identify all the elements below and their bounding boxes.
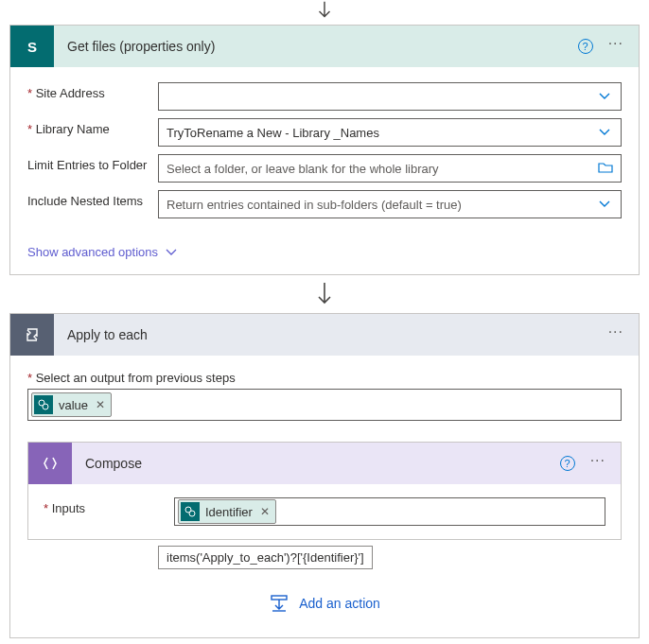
chevron-down-icon [596,92,613,101]
library-name-dropdown[interactable]: TryToRename a New - Library _Names [158,118,622,147]
token-identifier[interactable]: Identifier ✕ [178,499,276,524]
expression-tooltip: items('Apply_to_each')?['{Identifier}'] [158,546,373,569]
more-icon[interactable]: ··· [590,453,605,474]
folder-picker-icon[interactable] [598,161,613,177]
sharepoint-icon [181,502,200,521]
compose-icon [28,443,72,484]
limit-folder-label: Limit Entries to Folder [27,154,158,172]
svg-point-3 [189,511,195,516]
remove-token-icon[interactable]: ✕ [260,505,270,518]
help-icon[interactable]: ? [560,456,575,471]
more-icon[interactable]: ··· [608,324,623,345]
select-output-input[interactable]: value ✕ [27,389,622,421]
get-files-title: Get files (properties only) [54,39,578,54]
svg-point-1 [43,404,48,409]
limit-folder-input[interactable]: Select a folder, or leave blank for the … [158,154,622,183]
nested-items-dropdown[interactable]: Return entries contained in sub-folders … [158,190,622,218]
chevron-down-icon [596,128,613,137]
add-action-button[interactable]: Add an action [27,569,622,622]
sharepoint-icon [34,395,53,414]
help-icon[interactable]: ? [578,39,593,54]
get-files-header[interactable]: S Get files (properties only) ? ··· [10,26,639,67]
svg-rect-4 [272,596,287,600]
apply-to-each-title: Apply to each [54,327,608,342]
apply-to-each-header[interactable]: Apply to each ··· [10,314,639,356]
action-get-files: S Get files (properties only) ? ··· Site… [9,25,640,275]
site-address-label: Site Address [27,82,158,100]
inputs-field[interactable]: Identifier ✕ [174,497,605,526]
select-output-label: * Select an output from previous steps [27,371,622,385]
chevron-down-icon [166,249,177,256]
more-icon[interactable]: ··· [608,36,623,57]
token-value[interactable]: value ✕ [31,392,112,417]
chevron-down-icon [596,200,613,209]
action-compose: Compose ? ··· Inputs Identifier [27,442,622,540]
show-advanced-options-link[interactable]: Show advanced options [27,245,177,259]
compose-title: Compose [72,456,560,471]
remove-token-icon[interactable]: ✕ [96,398,105,411]
compose-header[interactable]: Compose ? ··· [28,443,621,484]
flow-arrow-top [0,0,649,25]
sharepoint-icon: S [10,26,54,67]
loop-icon [10,314,54,356]
action-apply-to-each: Apply to each ··· * Select an output fro… [9,313,640,638]
library-name-label: Library Name [27,118,158,136]
site-address-dropdown[interactable] [158,82,622,111]
inputs-label: Inputs [44,497,174,515]
nested-items-label: Include Nested Items [27,190,158,208]
flow-arrow-middle [0,275,649,313]
